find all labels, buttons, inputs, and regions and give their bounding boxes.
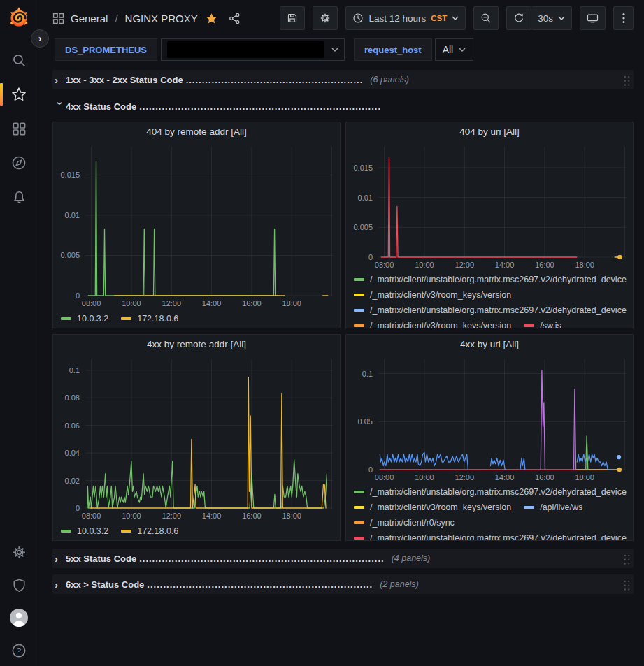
tv-mode-button[interactable] — [580, 6, 606, 30]
time-series-plot[interactable]: 00.020.040.060.080.108:0010:0012:0014:00… — [53, 354, 340, 521]
row-header-6xx[interactable]: › 6xx > Status Code ....................… — [52, 574, 634, 594]
chart-svg: 00.0050.010.01508:0010:0012:0014:0016:00… — [53, 141, 340, 309]
sidebar-item-alerting[interactable] — [0, 189, 38, 205]
row-title: 5xx Status Code — [66, 553, 136, 564]
svg-text:0.015: 0.015 — [353, 164, 373, 172]
panel-legend: /_matrix/client/unstable/org.matrix.msc2… — [346, 483, 633, 540]
row-header-5xx[interactable]: › 5xx Status Code ......................… — [52, 549, 634, 568]
dashboard-grid-icon — [52, 13, 64, 24]
svg-text:14:00: 14:00 — [202, 299, 222, 307]
sidebar-bottom-nav: ? — [0, 544, 38, 659]
legend-item[interactable]: /_matrix/client/v3/room_keys/version — [354, 500, 511, 515]
svg-text:0.02: 0.02 — [65, 477, 80, 485]
svg-text:18:00: 18:00 — [575, 473, 594, 482]
sidebar-item-explore[interactable] — [0, 154, 38, 171]
legend-swatch — [354, 324, 364, 327]
variable-label-request-host: request_host — [354, 38, 432, 61]
legend-swatch — [354, 309, 364, 312]
row-header-4xx[interactable]: › 4xx Status Code ......................… — [52, 96, 634, 116]
time-range-picker[interactable]: Last 12 hours CST — [345, 6, 466, 30]
dashboard-settings-button[interactable] — [313, 6, 338, 30]
svg-text:10:00: 10:00 — [415, 261, 434, 269]
svg-text:0.005: 0.005 — [60, 251, 80, 259]
avatar — [10, 609, 28, 627]
legend-item[interactable]: /_matrix/client/unstable/org.matrix.msc2… — [354, 530, 627, 540]
legend-item[interactable]: 10.0.3.2 — [61, 523, 108, 539]
legend-item[interactable]: 10.0.3.2 — [61, 311, 108, 326]
svg-text:0.1: 0.1 — [69, 366, 80, 375]
chevron-down-icon — [459, 48, 466, 52]
legend-item[interactable]: /_matrix/client/unstable/org.matrix.msc2… — [354, 272, 627, 287]
time-series-plot[interactable]: 00.0050.010.01508:0010:0012:0014:0016:00… — [53, 141, 340, 309]
panel-legend: 10.0.3.2172.18.0.6 — [53, 309, 340, 328]
legend-label: /sw.js — [540, 321, 561, 328]
legend-item[interactable]: 172.18.0.6 — [121, 523, 178, 539]
sidebar-item-profile[interactable] — [0, 609, 38, 626]
legend-item[interactable]: /_matrix/client/unstable/org.matrix.msc2… — [354, 484, 627, 500]
chevron-right-icon: › — [55, 75, 66, 85]
panel-legend: 10.0.3.2172.18.0.6 — [53, 521, 340, 540]
svg-text:0.01: 0.01 — [65, 211, 80, 219]
legend-item[interactable]: /sw.js — [524, 318, 561, 328]
legend-item[interactable]: /_matrix/client/r0/sync — [354, 515, 455, 530]
refresh-interval-dropdown[interactable]: 30s — [531, 6, 572, 30]
refresh-button[interactable] — [506, 6, 531, 30]
svg-text:0: 0 — [368, 253, 373, 261]
svg-text:0.005: 0.005 — [353, 223, 373, 231]
legend-swatch — [354, 294, 364, 296]
sidebar-item-starred[interactable] — [0, 86, 38, 103]
legend-item[interactable]: /api/live/ws — [524, 500, 582, 515]
more-options-button[interactable] — [613, 6, 634, 30]
legend-swatch — [354, 521, 364, 524]
drag-handle[interactable] — [623, 579, 631, 591]
panel-title[interactable]: 404 by uri [All] — [346, 122, 633, 141]
sidebar-item-server-admin[interactable] — [0, 577, 38, 593]
panel-title[interactable]: 404 by remote addr [All] — [53, 122, 340, 141]
sidebar-expand-button[interactable]: › — [31, 29, 49, 48]
favorite-star-icon[interactable] — [206, 13, 217, 24]
variable-value-ds-prometheus[interactable] — [161, 38, 345, 61]
panel-row-1: 404 by remote addr [All] 00.0050.010.015… — [52, 122, 634, 328]
legend-item[interactable]: 172.18.0.6 — [121, 311, 178, 326]
drag-handle[interactable] — [623, 553, 631, 565]
legend-label: /_matrix/client/v3/room_keys/version — [370, 290, 511, 300]
legend-label: 10.0.3.2 — [77, 314, 108, 324]
zoom-out-button[interactable] — [473, 6, 499, 30]
variable-value-request-host[interactable]: All — [435, 38, 474, 61]
save-dashboard-button[interactable] — [280, 6, 305, 30]
svg-text:0.1: 0.1 — [362, 370, 373, 378]
breadcrumb-section[interactable]: General — [71, 13, 108, 24]
time-series-plot[interactable]: 00.050.108:0010:0012:0014:0016:0018:00 — [346, 354, 633, 483]
page-title[interactable]: NGINX PROXY — [125, 13, 198, 24]
chart-svg: 00.020.040.060.080.108:0010:0012:0014:00… — [53, 354, 340, 521]
sidebar: › — [0, 0, 38, 666]
svg-text:12:00: 12:00 — [455, 261, 475, 269]
row-title-dots: ........................................… — [147, 579, 373, 590]
row-header-1xx-3xx-2xx[interactable]: › 1xx - 3xx - 2xx Status Code ..........… — [52, 70, 634, 89]
grafana-logo[interactable] — [7, 6, 31, 31]
legend-item[interactable]: /_matrix/client/v3/room_keys/version — [354, 287, 511, 303]
sidebar-item-help[interactable]: ? — [0, 642, 38, 659]
legend-item[interactable]: /_matrix/client/v3/room_keys/version — [354, 318, 511, 328]
legend-item[interactable]: /_matrix/client/unstable/org.matrix.msc2… — [354, 303, 627, 318]
chevron-down-icon — [452, 16, 459, 20]
sidebar-item-dashboards[interactable] — [0, 120, 38, 137]
drag-handle[interactable] — [623, 74, 631, 86]
clock-icon — [352, 13, 364, 24]
svg-text:10:00: 10:00 — [122, 512, 141, 520]
legend-label: /_matrix/client/unstable/org.matrix.msc2… — [370, 533, 627, 540]
panel-title[interactable]: 4xx by remote addr [All] — [53, 335, 340, 354]
panel-title[interactable]: 4xx by uri [All] — [346, 335, 633, 354]
panel-404-by-uri: 404 by uri [All] 00.0050.010.01508:0010:… — [345, 122, 634, 328]
sidebar-item-search[interactable] — [0, 52, 38, 68]
time-range-label: Last 12 hours — [368, 13, 426, 24]
gear-icon — [320, 13, 331, 24]
svg-text:08:00: 08:00 — [375, 261, 394, 269]
legend-label: /_matrix/client/unstable/org.matrix.msc2… — [370, 305, 627, 315]
legend-label: 172.18.0.6 — [137, 526, 178, 536]
svg-text:16:00: 16:00 — [535, 473, 554, 482]
sidebar-item-configuration[interactable] — [0, 544, 38, 560]
svg-text:08:00: 08:00 — [82, 512, 101, 520]
time-series-plot[interactable]: 00.0050.010.01508:0010:0012:0014:0016:00… — [346, 141, 633, 270]
share-icon[interactable] — [229, 13, 241, 24]
